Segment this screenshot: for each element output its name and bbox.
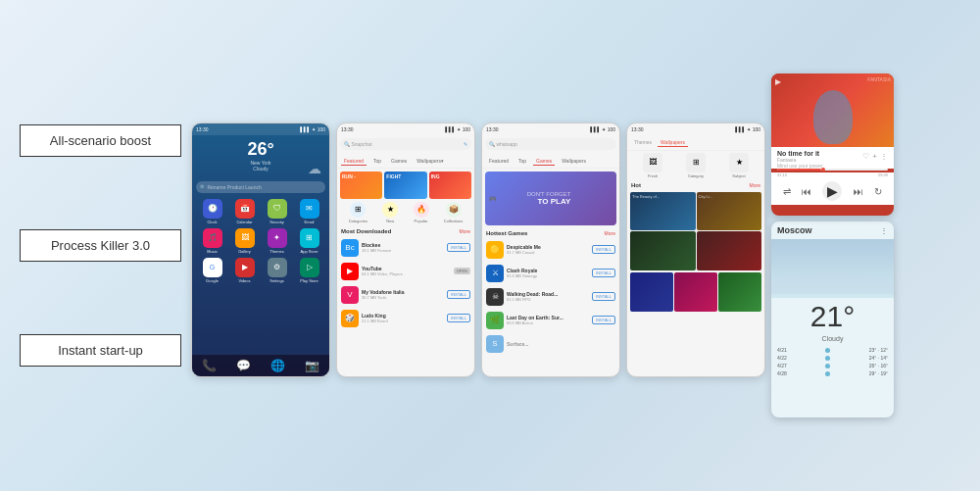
phone3-signal: ▌▌▌ ✦ 100 <box>590 126 615 132</box>
phone2-section-more[interactable]: More <box>460 228 470 234</box>
phone1-signal: ▌▌▌ ✦ 100 <box>300 126 325 132</box>
right-cards: ▶ FANTASIA No time for it Fantasia ♡ + ⋮… <box>771 74 894 417</box>
tab-wallpapers[interactable]: Wallpapers▾ <box>414 157 447 166</box>
cat-new[interactable]: ★ New <box>382 202 398 223</box>
phone1-security-app[interactable]: 🛡 Security <box>268 199 287 224</box>
btn-install-ludo[interactable]: INSTALL <box>447 314 470 322</box>
cat4-category[interactable]: ⊞ Category <box>686 153 706 178</box>
phone1-clock-app[interactable]: 🕐 Clock <box>203 199 222 224</box>
weather-forecast: 4/21 23° · 12° 4/22 24° · 14° 4/27 26° ·… <box>771 342 894 381</box>
tab-top[interactable]: Top <box>370 157 384 166</box>
phone1-nav-camera-icon[interactable]: 📷 <box>305 359 319 372</box>
wallpaper-5[interactable] <box>630 272 673 312</box>
phone1-google-app[interactable]: G Google <box>203 258 222 283</box>
phone4-wallpaper-grid: The Beauty of... City Li... <box>630 192 761 270</box>
music-progress-handle <box>821 168 825 172</box>
btn-install-lastday[interactable]: INSTALL <box>592 316 615 324</box>
phone4-time: 13:30 <box>631 126 644 132</box>
phone1-nav-phone-icon[interactable]: 📞 <box>202 359 217 372</box>
btn-install-blockee[interactable]: INSTALL <box>447 243 470 252</box>
music-time-total: 59:30 <box>878 172 888 177</box>
phone1-videos-app[interactable]: ▶ Videos <box>235 258 255 283</box>
music-prev-button[interactable]: ⏮ <box>802 186 811 197</box>
phone1-music-app[interactable]: 🎵 Music <box>203 228 222 254</box>
game-lastday[interactable]: 🌿 Last Day on Earth: Sur... 83.6 MB Acti… <box>482 309 619 332</box>
phone1-bottom-nav: 📞 💬 🌐 📷 <box>192 355 329 376</box>
phone1-search-bar[interactable]: 🔍 Rename Product Launch <box>196 181 325 193</box>
wallpaper-4[interactable] <box>697 231 762 270</box>
phone1-nav-browser-icon[interactable]: 🌐 <box>270 359 285 372</box>
phone1-gallery-app[interactable]: 🖼 Gallery <box>235 228 255 254</box>
tab3-top[interactable]: Top <box>515 157 529 166</box>
cat-popular[interactable]: 🔥 Popular <box>414 202 429 223</box>
phone1-status-bar: 13:30 ▌▌▌ ✦ 100 <box>192 123 329 135</box>
phone1-calendar-app[interactable]: 📅 Calendar <box>235 199 255 224</box>
banner-game2: ING <box>429 172 471 199</box>
music-next-button[interactable]: ⏭ <box>854 186 863 197</box>
tab3-featured[interactable]: Featured <box>486 157 512 166</box>
weather-menu-icon[interactable]: ⋮ <box>880 226 888 235</box>
tab4-themes[interactable]: Themes <box>631 138 655 147</box>
phone4-tabs: Themes Wallpapers <box>627 135 764 151</box>
music-shuffle-button[interactable]: ⇌ <box>783 186 791 197</box>
tab-featured[interactable]: Featured <box>341 157 367 166</box>
phone3-games-list: 🟡 Despicable Me 91.7 MB Casual INSTALL ⚔… <box>482 238 619 332</box>
phone1-playstore-app[interactable]: ▷ Play Store <box>300 258 319 283</box>
tab-games[interactable]: Games <box>388 157 410 166</box>
music-repeat-button[interactable]: ↻ <box>874 186 882 197</box>
music-menu-button[interactable]: ⋮ <box>880 152 888 161</box>
cat-collections[interactable]: 📦 Collections <box>444 202 464 223</box>
app-blockee[interactable]: Bc Blockee 19.1 MB Finance INSTALL <box>337 236 474 260</box>
tab3-games[interactable]: Games <box>533 157 555 166</box>
phone1-themes-app[interactable]: ✦ Themes <box>268 228 287 254</box>
phones-section: 13:30 ▌▌▌ ✦ 100 26° New York Cloudy ☁ 🔍 … <box>191 115 765 377</box>
wallpaper-3[interactable] <box>630 231 696 270</box>
label-process-killer: Process Killer 3.0 <box>20 229 181 262</box>
game-despicable[interactable]: 🟡 Despicable Me 91.7 MB Casual INSTALL <box>482 238 619 262</box>
phone1-email-app[interactable]: ✉ Email <box>300 199 319 224</box>
phone4-status-bar: 13:30 ▌▌▌ ✦ 100 <box>627 123 764 135</box>
game-surface[interactable]: S Surface... <box>482 332 619 356</box>
music-logo-icon: ▶ <box>775 77 781 86</box>
music-progress-fill <box>777 169 821 171</box>
phone3-frame: 13:30 ▌▌▌ ✦ 100 🔍 whatsapp Featured Top … <box>481 123 620 377</box>
app-ludo[interactable]: 🎲 Ludo King 21.1 MB Board INSTALL <box>337 307 474 330</box>
phone1-icons-row1: 🕐 Clock 📅 Calendar 🛡 Security ✉ Email <box>192 197 329 226</box>
wallpaper-6[interactable] <box>674 272 717 312</box>
btn-install-walkingdead[interactable]: INSTALL <box>592 292 615 301</box>
cat4-fresh[interactable]: 🖼 Fresh <box>643 153 662 178</box>
phone2-tabs: Featured Top Games Wallpapers▾ <box>337 153 474 169</box>
wallpaper-1[interactable]: The Beauty of... <box>630 192 696 231</box>
wallpaper-7[interactable] <box>718 272 761 312</box>
phone1-settings-app[interactable]: ⚙ Settings <box>268 258 287 283</box>
phone1-temp: 26° <box>192 139 329 160</box>
phone1-appstore-app[interactable]: ⊞ App Store <box>300 228 319 254</box>
wallpaper-2[interactable]: City Li... <box>697 192 762 231</box>
music-play-button[interactable]: ▶ <box>822 181 842 201</box>
cat-categories[interactable]: ⊞ Categories <box>349 202 368 223</box>
music-add-button[interactable]: + <box>872 152 877 161</box>
phone4-frame: 13:30 ▌▌▌ ✦ 100 Themes Wallpapers 🖼 Fres… <box>626 123 765 377</box>
phone4-hot-label: Hot <box>631 182 641 188</box>
music-album-tag: FANTASIA <box>867 76 891 82</box>
phone1-nav-msg-icon[interactable]: 💬 <box>236 359 251 372</box>
phone4-hot-header: Hot More <box>627 180 764 190</box>
tab3-wallpapers[interactable]: Wallpapers <box>559 157 589 166</box>
app-youtube[interactable]: ▶ YouTube 64.1 MB Video, Players OPEN <box>337 260 474 283</box>
music-like-button[interactable]: ♡ <box>862 152 869 161</box>
btn-install-despicable[interactable]: INSTALL <box>592 245 615 254</box>
tab4-wallpapers[interactable]: Wallpapers <box>658 138 688 147</box>
app-vodafone[interactable]: V My Vodafone Italia 30.7 MB Tools INSTA… <box>337 283 474 307</box>
phone3-section-more[interactable]: More <box>605 230 615 236</box>
label-all-scenario: All-scenario boost <box>20 124 181 157</box>
game-walkingdead[interactable]: ☠ Walking Dead: Road... 81.5 MB RPG INST… <box>482 285 619 309</box>
cat4-subject[interactable]: ★ Subject <box>729 153 749 178</box>
btn-install-clash[interactable]: INSTALL <box>592 269 615 277</box>
phone4-section-more[interactable]: More <box>750 182 760 188</box>
btn-install-vodafone[interactable]: INSTALL <box>447 290 470 299</box>
game-clash[interactable]: ⚔ Clash Royale 91.6 MB Strategy INSTALL <box>482 262 619 285</box>
weather-temp: 21° <box>771 298 894 335</box>
phone2-time: 13:30 <box>341 126 354 132</box>
music-progress-bar[interactable] <box>777 169 888 171</box>
btn-open-youtube[interactable]: OPEN <box>454 268 470 274</box>
